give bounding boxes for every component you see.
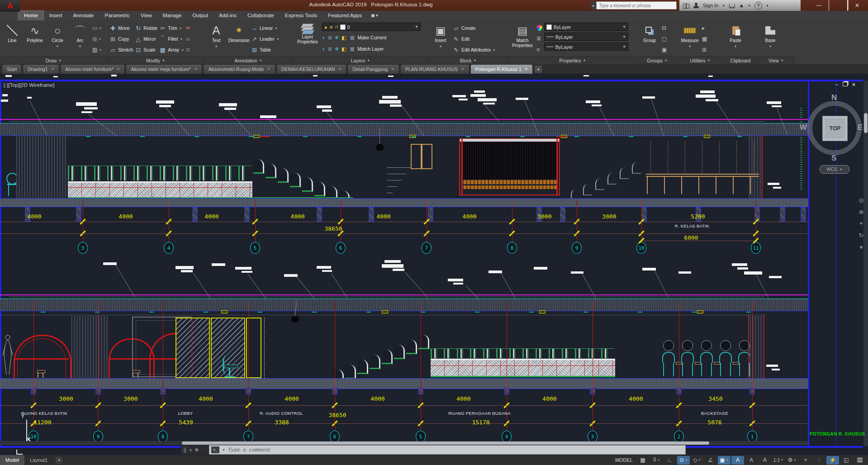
erase-icon[interactable]: ✏ bbox=[186, 24, 190, 32]
search-icon[interactable] bbox=[683, 3, 689, 8]
lineweight-icon[interactable]: ≡ bbox=[536, 46, 542, 53]
navbar-zoom-icon[interactable]: ⌖ bbox=[857, 219, 866, 228]
button-group[interactable]: Group bbox=[639, 22, 660, 56]
restore-button[interactable] bbox=[829, 0, 848, 11]
application-menu-button[interactable]: A bbox=[0, 0, 20, 12]
layer-tool-icon[interactable]: ❄ bbox=[335, 46, 339, 52]
viewcube-north[interactable]: N bbox=[831, 93, 837, 102]
button-rotate[interactable]: ↻Rotate bbox=[135, 23, 157, 33]
button-text[interactable]: AText▼ bbox=[206, 22, 227, 56]
v-scroll-thumb[interactable] bbox=[864, 113, 868, 133]
layer-tool-icon[interactable]: ◗ bbox=[322, 35, 325, 40]
ribbon-tab-featured-apps[interactable]: Featured Apps bbox=[323, 11, 367, 20]
status-graphics-performance-icon[interactable]: ⚡ bbox=[826, 456, 839, 465]
file-tab-denah-keseluruhan[interactable]: DENAH-KESELURUHAN✕ bbox=[276, 64, 347, 74]
search-scope-icon[interactable]: ▸ bbox=[591, 1, 596, 9]
wcs-dropdown[interactable]: WCS ▼ bbox=[820, 165, 849, 174]
panel-label-clipboard[interactable]: Clipboard bbox=[723, 56, 758, 64]
help-button[interactable]: ? bbox=[754, 2, 762, 9]
chevron-down-icon[interactable]: ▼ bbox=[748, 4, 751, 7]
status-customization-icon[interactable] bbox=[854, 456, 866, 465]
ribbon-tab-output[interactable]: Output bbox=[187, 11, 213, 20]
button-measure[interactable]: Measure▼ bbox=[679, 22, 700, 56]
viewport-window-buttons[interactable]: ─ ✕ bbox=[835, 82, 856, 88]
ribbon-tab-annotate[interactable]: Annotate bbox=[67, 11, 99, 20]
panel-label-modify[interactable]: Modify▼ bbox=[108, 56, 204, 64]
panel-label-draw[interactable]: Draw▼ bbox=[0, 56, 107, 64]
button-move[interactable]: ✚Move bbox=[109, 23, 133, 33]
group-tool-icon[interactable]: ▣ bbox=[662, 46, 667, 53]
close-icon[interactable]: ✕ bbox=[461, 67, 465, 71]
button-stretch[interactable]: ▱Stretch bbox=[109, 45, 133, 55]
button-mirror[interactable]: △Mirror bbox=[135, 34, 157, 44]
drag-grip-icon[interactable]: ⣿ bbox=[183, 447, 186, 452]
status-grid-display-icon[interactable]: ▦ bbox=[636, 456, 649, 465]
button-circle[interactable]: ○Circle▼ bbox=[47, 22, 68, 56]
file-tab-drawing1[interactable]: Drawing1✕ bbox=[23, 64, 59, 74]
viewport-controls[interactable]: [-][Top][2D Wireframe] bbox=[4, 82, 54, 88]
button-fillet[interactable]: ⌒Fillet▼ bbox=[159, 34, 184, 44]
layer-tool-icon[interactable]: ≣ bbox=[328, 35, 332, 41]
ribbon-tab-home[interactable]: Home bbox=[18, 10, 44, 20]
panel-label-utilities[interactable]: Utilities▼ bbox=[678, 56, 723, 64]
minimize-button[interactable]: — bbox=[810, 0, 829, 11]
close-icon[interactable]: ✕ bbox=[338, 67, 342, 71]
layer-tool-icon[interactable]: ≣ bbox=[328, 46, 332, 52]
button-table[interactable]: ⊞Table bbox=[251, 45, 280, 55]
ribbon-tab-manage[interactable]: Manage bbox=[157, 11, 187, 20]
ribbon-tab-express-tools[interactable]: Express Tools bbox=[280, 11, 323, 20]
ribbon-display-options[interactable]: ▣ ▾ bbox=[367, 11, 382, 20]
model-space-indicator[interactable]: MODEL bbox=[615, 457, 633, 463]
viewport-minimize-icon[interactable]: ─ bbox=[835, 82, 839, 88]
app-store-cart-icon[interactable] bbox=[729, 3, 735, 8]
status-ortho-mode-icon[interactable]: ∟ bbox=[664, 456, 676, 465]
button-scale[interactable]: ⊡Scale bbox=[135, 45, 157, 55]
button-create[interactable]: ▱Create bbox=[453, 23, 496, 33]
offset-icon[interactable]: ⊂ bbox=[186, 46, 190, 53]
close-icon[interactable]: ✕ bbox=[194, 67, 198, 71]
ellipse-icon[interactable]: ◎▼ bbox=[92, 35, 102, 43]
viewcube-east[interactable]: E bbox=[858, 123, 863, 132]
button-polyline[interactable]: ∿Polyline bbox=[24, 22, 45, 56]
group-tool-icon[interactable]: ▢ bbox=[662, 35, 667, 43]
button-insert[interactable]: ▣Insert▼ bbox=[430, 22, 451, 56]
button-layer-properties[interactable]: Layer Properties bbox=[295, 22, 320, 56]
linetype-dropdown[interactable]: ByLayer▼ bbox=[544, 33, 628, 41]
button-match-properties[interactable]: ▤Match Properties bbox=[510, 22, 535, 56]
button-match-layer[interactable]: ≣Match Layer bbox=[349, 44, 384, 54]
layer-dropdown[interactable]: ●☀⊓0▼ bbox=[322, 23, 421, 31]
ribbon-tab-collaborate[interactable]: Collaborate bbox=[242, 11, 280, 20]
h-scroll-thumb[interactable] bbox=[182, 441, 709, 445]
object-color-dropdown[interactable]: ByLayer▼ bbox=[544, 23, 628, 31]
navbar-orbit-icon[interactable]: ↻ bbox=[857, 231, 866, 240]
tab-layout1[interactable]: Layout1 bbox=[24, 455, 53, 465]
color-wheel-icon[interactable] bbox=[536, 25, 542, 31]
status-clean-screen-icon[interactable]: ◱ bbox=[840, 456, 853, 465]
file-tab-plan-ruang-khusus[interactable]: PLAN-RUANG-KHUSUS✕ bbox=[400, 64, 470, 74]
group-tool-icon[interactable]: ⊟ bbox=[662, 24, 667, 32]
file-tab-aksono-metri-furniture-[interactable]: Aksono metri furniture*✕ bbox=[60, 64, 125, 74]
button-base[interactable]: Base▼ bbox=[760, 22, 781, 56]
status-annotation-scale-sync-icon[interactable]: A bbox=[759, 456, 771, 465]
layer-tool-icon[interactable]: ◧ bbox=[342, 35, 346, 41]
close-icon[interactable]: ✕ bbox=[391, 67, 394, 71]
explode-icon[interactable]: ▱ bbox=[186, 35, 190, 43]
new-drawing-tab-button[interactable]: + bbox=[535, 66, 542, 73]
search-input[interactable] bbox=[596, 1, 677, 9]
file-tab-aksonometri-ruang-mode[interactable]: Aksonometri-Ruang-Mode✕ bbox=[203, 64, 275, 74]
close-icon[interactable]: ✕ bbox=[525, 67, 528, 71]
status-annotation-monitor-icon[interactable]: + bbox=[799, 456, 812, 465]
status-annotation-scale-icon[interactable]: 1:1▼ bbox=[772, 456, 785, 465]
command-input[interactable]: >_ ▼ Type a command bbox=[209, 445, 686, 455]
status-workspace-switching-icon[interactable]: ⚙▼ bbox=[786, 456, 798, 465]
navbar-more-icon[interactable]: ▾ bbox=[857, 242, 866, 251]
chevron-down-icon[interactable]: ▼ bbox=[222, 448, 225, 451]
status-object-snap-tracking-icon[interactable]: ∠ bbox=[704, 456, 717, 465]
hatch-icon[interactable]: ▨▼ bbox=[92, 46, 102, 53]
button-make-current[interactable]: ≣Make Current bbox=[349, 33, 387, 43]
lineweight-dropdown[interactable]: ByLayer▼ bbox=[544, 43, 628, 51]
autodesk-logo-icon[interactable]: ▲ bbox=[739, 2, 744, 9]
panel-label-groups[interactable]: Groups▼ bbox=[637, 56, 677, 64]
command-chip[interactable]: >_ bbox=[211, 446, 219, 453]
button-edit[interactable]: ✎Edit bbox=[453, 34, 496, 44]
